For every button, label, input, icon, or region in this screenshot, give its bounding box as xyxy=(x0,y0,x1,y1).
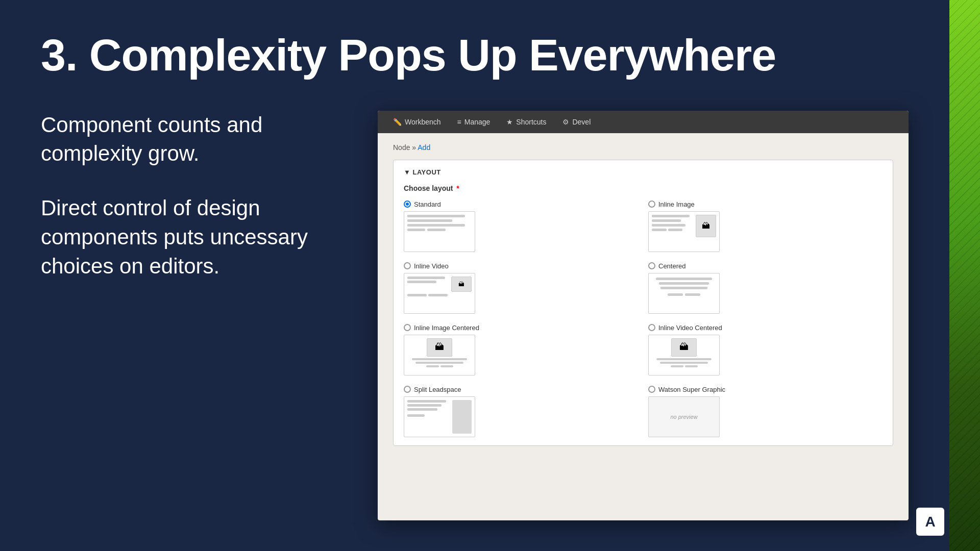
section-header-text: ▼ LAYOUT xyxy=(404,168,441,176)
layout-option-inline-video-centered[interactable]: Inline Video Centered 🏔 xyxy=(648,324,883,375)
body-paragraph-1: Component counts and complexity grow. xyxy=(41,111,337,168)
section-header: ▼ LAYOUT xyxy=(404,168,883,176)
breadcrumb-separator: » xyxy=(412,143,418,152)
standard-label: Standard xyxy=(414,201,441,208)
radio-watson-super-graphic[interactable] xyxy=(648,386,655,393)
thumb-inline-video-centered: 🏔 xyxy=(648,335,720,375)
breadcrumb: Node » Add xyxy=(393,143,893,152)
radio-centered[interactable] xyxy=(648,262,655,269)
radio-inline-video[interactable] xyxy=(404,262,411,269)
layout-option-split-leadspace[interactable]: Split Leadspace xyxy=(404,386,638,437)
devel-label: Devel xyxy=(572,118,591,126)
toolbar-manage[interactable]: ≡ Manage xyxy=(450,115,498,129)
thumb-inline-image: 🏔 xyxy=(648,211,720,252)
thumb-centered xyxy=(648,273,720,314)
cms-screenshot: ✏️ Workbench ≡ Manage ★ Shortcuts ⚙ Deve… xyxy=(378,111,909,520)
workbench-label: Workbench xyxy=(405,118,441,126)
shortcuts-label: Shortcuts xyxy=(516,118,546,126)
thumb-inline-video: 🏔 xyxy=(404,273,475,314)
choose-layout-label: Choose layout * xyxy=(404,184,883,192)
breadcrumb-add[interactable]: Add xyxy=(418,143,430,152)
radio-standard[interactable] xyxy=(404,201,411,208)
layout-option-inline-image-label: Inline Image xyxy=(648,201,883,208)
layout-option-inline-video-label: Inline Video xyxy=(404,262,638,270)
layout-option-centered-label: Centered xyxy=(648,262,883,270)
radio-inline-image-centered[interactable] xyxy=(404,324,411,331)
watson-super-graphic-label: Watson Super Graphic xyxy=(658,386,725,393)
star-icon: ★ xyxy=(506,118,513,126)
right-column: ✏️ Workbench ≡ Manage ★ Shortcuts ⚙ Deve… xyxy=(378,111,909,520)
radio-inline-image[interactable] xyxy=(648,201,655,208)
thumb-standard xyxy=(404,211,475,252)
layout-option-inline-video[interactable]: Inline Video 🏔 xyxy=(404,262,638,314)
thumb-watson-super-graphic: no preview xyxy=(648,396,720,437)
thumb-inline-image-centered: 🏔 xyxy=(404,335,475,375)
toolbar-shortcuts[interactable]: ★ Shortcuts xyxy=(499,115,553,129)
centered-label: Centered xyxy=(658,262,685,270)
layout-option-inline-image-centered[interactable]: Inline Image Centered 🏔 xyxy=(404,324,638,375)
inline-video-label: Inline Video xyxy=(414,262,449,270)
admin-toolbar: ✏️ Workbench ≡ Manage ★ Shortcuts ⚙ Deve… xyxy=(378,111,909,133)
toolbar-workbench[interactable]: ✏️ Workbench xyxy=(386,115,448,129)
layout-grid: Standard xyxy=(404,201,883,437)
body-text: Component counts and complexity grow. Di… xyxy=(41,111,337,281)
layout-option-watson-super-graphic[interactable]: Watson Super Graphic no preview xyxy=(648,386,883,437)
layout-option-standard[interactable]: Standard xyxy=(404,201,638,252)
layout-section: ▼ LAYOUT Choose layout * xyxy=(393,160,893,446)
inline-image-label: Inline Image xyxy=(658,201,695,208)
layout-option-inline-image[interactable]: Inline Image xyxy=(648,201,883,252)
menu-icon: ≡ xyxy=(457,118,461,126)
layout-option-inline-video-centered-label: Inline Video Centered xyxy=(648,324,883,332)
main-content: 3. Complexity Pops Up Everywhere Compone… xyxy=(0,0,949,551)
layout-option-centered[interactable]: Centered xyxy=(648,262,883,314)
cms-body: Node » Add ▼ LAYOUT Choose layout * xyxy=(378,133,909,456)
manage-label: Manage xyxy=(464,118,491,126)
split-leadspace-label: Split Leadspace xyxy=(414,386,461,393)
inline-video-centered-label: Inline Video Centered xyxy=(658,324,722,332)
inline-image-centered-label: Inline Image Centered xyxy=(414,324,479,332)
pencil-icon: ✏️ xyxy=(393,118,402,126)
radio-split-leadspace[interactable] xyxy=(404,386,411,393)
slide-title: 3. Complexity Pops Up Everywhere xyxy=(41,31,909,80)
radio-inline-video-centered[interactable] xyxy=(648,324,655,331)
accent-bar xyxy=(949,0,980,551)
thumb-split-leadspace xyxy=(404,396,475,437)
layout-option-inline-image-centered-label: Inline Image Centered xyxy=(404,324,638,332)
no-preview-text: no preview xyxy=(670,414,697,420)
left-column: Component counts and complexity grow. Di… xyxy=(41,111,337,520)
breadcrumb-node: Node xyxy=(393,143,410,152)
layout-option-split-leadspace-label: Split Leadspace xyxy=(404,386,638,393)
toolbar-devel[interactable]: ⚙ Devel xyxy=(555,115,598,129)
layout-option-watson-super-graphic-label: Watson Super Graphic xyxy=(648,386,883,393)
slide-body: Component counts and complexity grow. Di… xyxy=(41,111,909,520)
required-star: * xyxy=(456,184,459,192)
gear-icon: ⚙ xyxy=(562,118,569,126)
logo-badge: A xyxy=(916,508,944,536)
layout-option-standard-label: Standard xyxy=(404,201,638,208)
body-paragraph-2: Direct control of design components puts… xyxy=(41,194,337,281)
